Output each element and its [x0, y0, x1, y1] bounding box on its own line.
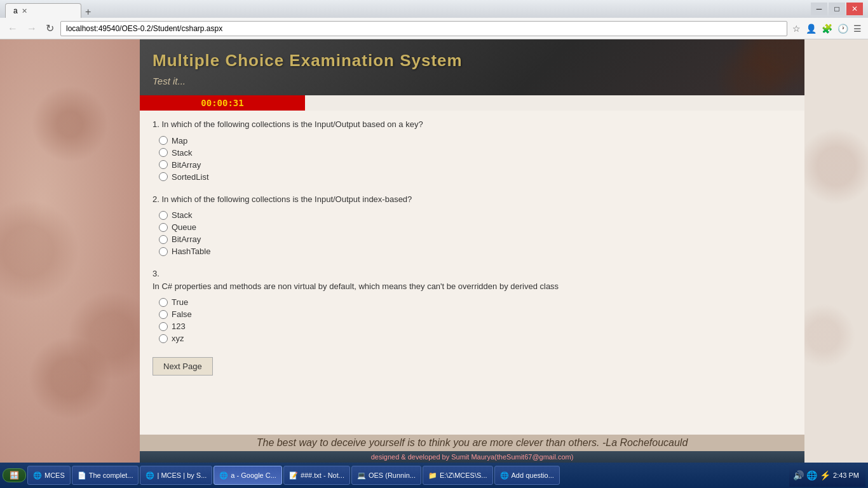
q1-radio-4[interactable]: [159, 172, 168, 181]
menu-icon[interactable]: ☰: [852, 22, 863, 35]
taskbar-mces2-icon: 🌐: [146, 471, 154, 480]
question-2-options: Stack Queue BitArray HashTable: [153, 210, 792, 256]
right-background: [804, 39, 868, 463]
clock-icon[interactable]: 🕐: [836, 22, 850, 35]
credits-text: designed & developed by Sumit Maurya(the…: [371, 453, 574, 461]
question-3-number: 3.: [153, 269, 159, 278]
q1-option-2[interactable]: Stack: [159, 148, 792, 158]
address-bar[interactable]: [60, 21, 787, 36]
nav-bar: ← → ↻ ☆ 👤 🧩 🕐 ☰: [0, 18, 868, 39]
q3-option-1[interactable]: True: [159, 297, 792, 307]
taskbar: 🪟 🌐 MCES 📄 The complet... 🌐 | MCES | by …: [0, 463, 868, 488]
question-1-number: 1.: [153, 119, 161, 129]
q2-radio-3[interactable]: [159, 235, 168, 244]
q2-radio-4[interactable]: [159, 247, 168, 256]
bookmark-icon[interactable]: ☆: [791, 22, 802, 35]
taskbar-notepad-icon: 📝: [289, 471, 298, 480]
taskbar-oes-icon: 💻: [357, 471, 366, 480]
tab-area: a ✕ +: [5, 0, 95, 18]
back-button[interactable]: ←: [5, 22, 20, 36]
q1-radio-1[interactable]: [159, 136, 168, 145]
q3-radio-3[interactable]: [159, 322, 168, 331]
q3-radio-2[interactable]: [159, 310, 168, 319]
forward-button[interactable]: →: [24, 22, 39, 36]
question-2-number: 2.: [153, 194, 161, 204]
window-controls: ─ □ ✕: [811, 3, 863, 15]
question-2: 2. In which of the following collections…: [153, 193, 792, 257]
nav-icons: ☆ 👤 🧩 🕐 ☰: [791, 22, 863, 35]
question-1-text: 1. In which of the following collections…: [153, 118, 792, 131]
footer-bar: designed & developed by Sumit Maurya(the…: [140, 451, 804, 463]
new-tab-button[interactable]: +: [81, 6, 95, 18]
timer-bar: 00:00:31: [140, 95, 305, 111]
next-page-button[interactable]: Next Page: [153, 357, 213, 376]
sys-icon-1: 🔊: [793, 470, 804, 480]
exam-header: Multiple Choice Examination System Test …: [140, 39, 804, 95]
q2-radio-1[interactable]: [159, 211, 168, 220]
question-2-text: 2. In which of the following collections…: [153, 193, 792, 206]
question-1: 1. In which of the following collections…: [153, 118, 792, 182]
main-content: Multiple Choice Examination System Test …: [140, 39, 804, 463]
taskbar-btn-mces[interactable]: 🌐 MCES: [27, 466, 71, 485]
taskbar-complete-icon: 📄: [78, 471, 86, 480]
sys-icon-3: ⚡: [820, 470, 831, 480]
quote-text: The best way to deceive yourself is to t…: [257, 437, 688, 448]
tab-title: a: [13, 6, 18, 15]
taskbar-btn-complete[interactable]: 📄 The complet...: [72, 466, 139, 485]
sys-icon-2: 🌐: [806, 470, 817, 480]
question-1-options: Map Stack BitArray SortedList: [153, 136, 792, 182]
q3-option-4[interactable]: xyz: [159, 334, 792, 343]
taskbar-mces-icon: 🌐: [33, 471, 42, 480]
q1-radio-2[interactable]: [159, 148, 168, 157]
taskbar-btn-oes[interactable]: 💻 OES (Runnin...: [351, 466, 421, 485]
q3-option-3[interactable]: 123: [159, 322, 792, 331]
q2-radio-2[interactable]: [159, 223, 168, 232]
active-tab[interactable]: a ✕: [5, 3, 81, 18]
q2-option-4[interactable]: HashTable: [159, 247, 792, 256]
system-tray: 🔊 🌐 ⚡ 2:43 PM: [789, 464, 865, 487]
question-3-options: True False 123 xyz: [153, 297, 792, 343]
q2-option-2[interactable]: Queue: [159, 222, 792, 232]
q1-option-1[interactable]: Map: [159, 136, 792, 146]
q3-radio-4[interactable]: [159, 334, 168, 343]
taskbar-btn-add[interactable]: 🌐 Add questio...: [494, 466, 560, 485]
close-button[interactable]: ✕: [846, 3, 863, 15]
exam-subtitle: Test it...: [153, 76, 792, 86]
maximize-button[interactable]: □: [829, 3, 845, 15]
exam-title: Multiple Choice Examination System: [153, 51, 792, 71]
taskbar-explorer-icon: 📁: [428, 471, 437, 480]
taskbar-google-icon: 🌐: [219, 471, 228, 480]
minimize-button[interactable]: ─: [811, 3, 827, 15]
tab-close-icon[interactable]: ✕: [22, 7, 27, 15]
q2-option-3[interactable]: BitArray: [159, 234, 792, 244]
q3-option-2[interactable]: False: [159, 309, 792, 319]
title-bar: a ✕ + ─ □ ✕: [0, 0, 868, 18]
reload-button[interactable]: ↻: [43, 21, 57, 36]
quote-bar: The best way to deceive yourself is to t…: [140, 435, 804, 451]
taskbar-btn-explorer[interactable]: 📁 E:\Z\MCES\S...: [423, 466, 493, 485]
q2-option-1[interactable]: Stack: [159, 210, 792, 220]
q1-option-4[interactable]: SortedList: [159, 172, 792, 182]
extension-icon[interactable]: 🧩: [820, 22, 834, 35]
taskbar-btn-mces2[interactable]: 🌐 | MCES | by S...: [140, 466, 212, 485]
taskbar-btn-notepad[interactable]: 📝 ###.txt - Not...: [283, 466, 350, 485]
start-icon: 🪟: [10, 471, 19, 480]
q3-radio-1[interactable]: [159, 298, 168, 307]
taskbar-add-icon: 🌐: [500, 471, 509, 480]
questions-scroll[interactable]: 1. In which of the following collections…: [140, 111, 804, 435]
question-3: 3. In C# properties and methods are non …: [153, 268, 792, 343]
timer-display: 00:00:31: [201, 98, 243, 108]
question-3-text: 3. In C# properties and methods are non …: [153, 268, 792, 292]
start-button[interactable]: 🪟: [3, 468, 26, 482]
taskbar-clock: 2:43 PM: [833, 471, 862, 479]
profile-icon[interactable]: 👤: [804, 22, 818, 35]
taskbar-btn-google[interactable]: 🌐 a - Google C...: [214, 466, 282, 485]
q1-radio-3[interactable]: [159, 160, 168, 169]
q1-option-3[interactable]: BitArray: [159, 160, 792, 170]
page-area: Multiple Choice Examination System Test …: [0, 39, 868, 463]
left-background: [0, 39, 140, 463]
